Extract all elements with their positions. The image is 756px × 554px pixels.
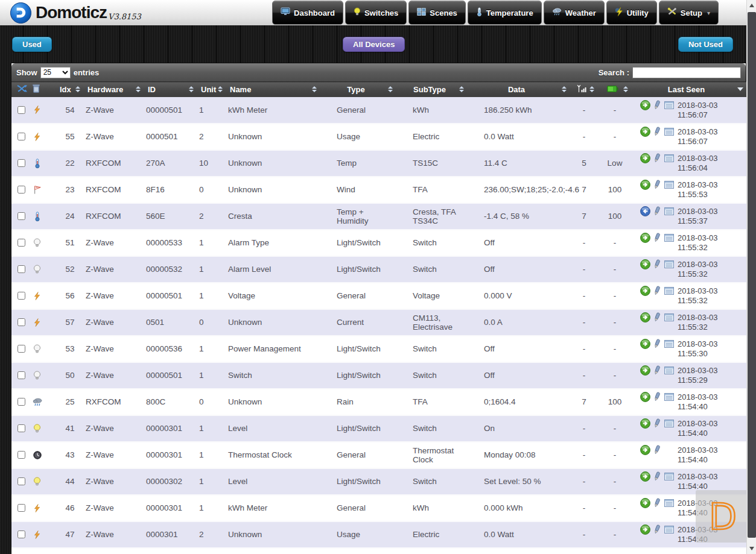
- table-row[interactable]: 53Z-Wave000005361Power ManagementLight/S…: [11, 336, 747, 362]
- used-filter-button[interactable]: Used: [12, 37, 52, 52]
- table-row[interactable]: 52Z-Wave000005321Alarm LevelLight/Switch…: [11, 256, 747, 283]
- rename-pencil-icon[interactable]: [653, 127, 661, 137]
- rename-pencil-icon[interactable]: [653, 365, 661, 376]
- rename-pencil-icon[interactable]: [653, 180, 661, 190]
- rename-pencil-icon[interactable]: [653, 392, 661, 402]
- nav-tab-scenes[interactable]: Scenes: [408, 1, 466, 25]
- table-row[interactable]: 46Z-Wave000003011kWh MeterGeneralkWh0.00…: [11, 495, 747, 521]
- scrollbar-thumb[interactable]: [748, 12, 756, 538]
- nav-tab-switches[interactable]: Switches: [345, 1, 407, 25]
- scroll-up-button[interactable]: [747, 0, 756, 11]
- column-idx[interactable]: Idx: [56, 82, 84, 97]
- column-unit[interactable]: Unit: [197, 82, 226, 97]
- table-row[interactable]: 55Z-Wave00005012UnknownUsageElectric0.0 …: [11, 124, 747, 150]
- set-used-arrow-icon[interactable]: [640, 498, 650, 508]
- column-type[interactable]: Type: [320, 82, 396, 97]
- all-devices-filter-button[interactable]: All Devices: [343, 37, 405, 52]
- table-row[interactable]: 43Z-Wave000003011Thermostat ClockGeneral…: [11, 442, 747, 468]
- rename-pencil-icon[interactable]: [653, 524, 661, 535]
- column-subtype[interactable]: SubType: [396, 82, 468, 97]
- scroll-down-button[interactable]: [747, 543, 756, 554]
- log-icon[interactable]: [664, 154, 674, 162]
- row-checkbox[interactable]: [17, 106, 25, 114]
- rename-pencil-icon[interactable]: [653, 286, 661, 296]
- log-icon[interactable]: [664, 499, 674, 507]
- row-checkbox[interactable]: [17, 530, 25, 538]
- log-icon[interactable]: [664, 473, 674, 480]
- nav-tab-utility[interactable]: Utility: [606, 1, 657, 25]
- log-icon[interactable]: [664, 367, 674, 374]
- table-row[interactable]: 41Z-Wave000003011LevelLight/SwitchSwitch…: [11, 415, 747, 442]
- table-row[interactable]: 24RXFCOM560E2CrestaTemp + HumidityCresta…: [11, 203, 747, 230]
- row-checkbox[interactable]: [17, 212, 25, 220]
- row-checkbox[interactable]: [17, 292, 25, 300]
- rename-pencil-icon[interactable]: [653, 418, 661, 429]
- table-row[interactable]: 56Z-Wave000005011VoltageGeneralVoltage0.…: [11, 283, 747, 309]
- log-icon[interactable]: [664, 526, 674, 534]
- rename-pencil-icon[interactable]: [653, 312, 661, 323]
- table-row[interactable]: 22RXFCOM270A10UnknownTempTS15C11.4 C5Low…: [11, 150, 747, 177]
- row-checkbox[interactable]: [17, 424, 25, 432]
- row-checkbox[interactable]: [17, 451, 25, 459]
- rename-pencil-icon[interactable]: [653, 471, 661, 482]
- set-used-arrow-icon[interactable]: [640, 418, 650, 429]
- not-used-filter-button[interactable]: Not Used: [678, 37, 733, 52]
- log-icon[interactable]: [664, 128, 674, 136]
- row-checkbox[interactable]: [17, 265, 25, 273]
- set-used-arrow-icon[interactable]: [640, 524, 650, 535]
- set-used-arrow-icon[interactable]: [640, 365, 650, 376]
- row-checkbox[interactable]: [17, 345, 25, 353]
- row-checkbox[interactable]: [17, 318, 25, 326]
- set-used-arrow-icon[interactable]: [640, 233, 650, 243]
- set-used-arrow-icon[interactable]: [640, 286, 650, 296]
- table-row[interactable]: 51Z-Wave000005331Alarm TypeLight/SwitchS…: [11, 230, 747, 256]
- log-icon[interactable]: [664, 393, 674, 401]
- nav-tab-weather[interactable]: Weather: [544, 1, 605, 25]
- table-row[interactable]: 47Z-Wave00003012UnknownUsageElectric0.0 …: [11, 521, 747, 548]
- search-input[interactable]: [632, 67, 741, 78]
- nav-tab-dashboard[interactable]: Dashboard: [272, 1, 343, 25]
- row-checkbox[interactable]: [17, 159, 25, 167]
- rename-pencil-icon[interactable]: [653, 153, 661, 163]
- set-used-arrow-icon[interactable]: [640, 100, 650, 110]
- rename-pencil-icon[interactable]: [653, 498, 661, 508]
- log-icon[interactable]: [664, 181, 674, 189]
- table-row[interactable]: 54Z-Wave000005011kWh MeterGeneralkWh186.…: [11, 97, 747, 124]
- trash-icon[interactable]: [33, 84, 40, 95]
- column-last-seen[interactable]: Last Seen: [632, 82, 747, 97]
- column-data[interactable]: Data: [468, 82, 570, 97]
- rename-pencil-icon[interactable]: [653, 445, 661, 455]
- row-checkbox[interactable]: [17, 477, 25, 485]
- log-icon[interactable]: [664, 234, 674, 242]
- table-row[interactable]: 25RXFCOM800C0UnknownRainTFA0;1604.471002…: [11, 389, 747, 415]
- set-used-arrow-icon[interactable]: [640, 445, 650, 455]
- rename-pencil-icon[interactable]: [653, 339, 661, 349]
- rename-pencil-icon[interactable]: [653, 100, 661, 110]
- column-name[interactable]: Name: [226, 82, 320, 97]
- column-id[interactable]: ID: [144, 82, 197, 97]
- set-used-arrow-icon[interactable]: [640, 153, 650, 163]
- table-row[interactable]: 50Z-Wave000005011SwitchLight/SwitchSwitc…: [11, 362, 747, 389]
- log-icon[interactable]: [664, 207, 674, 215]
- row-checkbox[interactable]: [17, 371, 25, 379]
- rename-pencil-icon[interactable]: [653, 233, 661, 243]
- set-used-arrow-icon[interactable]: [640, 339, 650, 349]
- log-icon[interactable]: [664, 260, 674, 268]
- rename-pencil-icon[interactable]: [653, 259, 661, 269]
- row-checkbox[interactable]: [17, 186, 25, 194]
- log-icon[interactable]: [664, 101, 674, 109]
- swap-devices-icon[interactable]: [16, 84, 28, 95]
- row-checkbox[interactable]: [17, 133, 25, 140]
- log-icon[interactable]: [664, 420, 674, 427]
- nav-tab-temperature[interactable]: Temperature: [468, 1, 542, 25]
- nav-tab-setup[interactable]: Setup▾: [659, 1, 719, 25]
- log-icon[interactable]: [664, 340, 674, 348]
- rename-pencil-icon[interactable]: [653, 206, 661, 216]
- log-icon[interactable]: [664, 287, 674, 295]
- column-signal[interactable]: [570, 82, 598, 97]
- set-used-arrow-icon[interactable]: [640, 127, 650, 137]
- row-checkbox[interactable]: [17, 239, 25, 247]
- set-used-arrow-icon[interactable]: [640, 392, 650, 402]
- table-row[interactable]: 57Z-Wave05010UnknownCurrentCM113, Electr…: [11, 309, 747, 336]
- table-row[interactable]: 2018-03-03: [11, 548, 747, 554]
